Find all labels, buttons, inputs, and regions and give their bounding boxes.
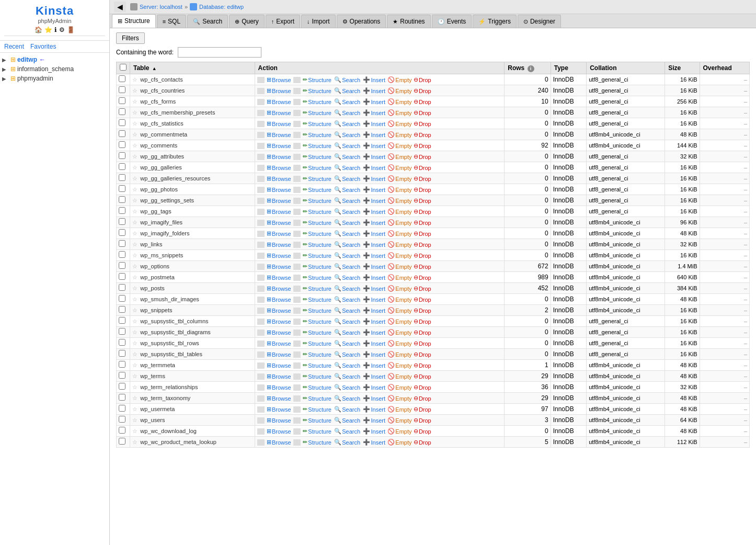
insert-action[interactable]: ➕Insert	[363, 384, 385, 391]
drop-action[interactable]: ⊖Drop	[414, 230, 431, 237]
empty-action[interactable]: 🚫Empty	[387, 241, 411, 248]
browse-action[interactable]: ⊞Browse	[267, 208, 291, 215]
row-checkbox[interactable]	[119, 229, 125, 236]
favorite-star[interactable]: ☆	[132, 76, 138, 83]
insert-action[interactable]: ➕Insert	[363, 351, 385, 358]
favorite-star[interactable]: ☆	[132, 274, 138, 280]
search-action[interactable]: 🔍Search	[334, 252, 360, 259]
search-action[interactable]: 🔍Search	[334, 406, 360, 413]
favorite-star[interactable]: ☆	[132, 329, 138, 335]
browse-action[interactable]: ⊞Browse	[267, 351, 291, 358]
filter-input[interactable]	[178, 47, 261, 58]
structure-action[interactable]: ✏Structure	[303, 230, 331, 237]
table-name-link[interactable]: wp_cfs_membership_presets	[140, 109, 215, 116]
exit-icon[interactable]: 🚪	[67, 26, 75, 33]
drop-action[interactable]: ⊖Drop	[414, 384, 431, 391]
empty-action[interactable]: 🚫Empty	[387, 274, 411, 281]
drop-action[interactable]: ⊖Drop	[414, 87, 431, 94]
drop-action[interactable]: ⊖Drop	[414, 428, 431, 435]
browse-action[interactable]: ⊞Browse	[267, 219, 291, 226]
favorite-star[interactable]: ☆	[132, 241, 138, 247]
row-checkbox[interactable]	[119, 416, 125, 423]
browse-action[interactable]: ⊞Browse	[267, 164, 291, 171]
drop-action[interactable]: ⊖Drop	[414, 362, 431, 369]
favorite-star[interactable]: ☆	[132, 428, 138, 434]
empty-action[interactable]: 🚫Empty	[387, 230, 411, 237]
search-action[interactable]: 🔍Search	[334, 241, 360, 248]
structure-action[interactable]: ✏Structure	[303, 351, 331, 358]
drop-action[interactable]: ⊖Drop	[414, 208, 431, 215]
empty-action[interactable]: 🚫Empty	[387, 406, 411, 413]
empty-action[interactable]: 🚫Empty	[387, 109, 411, 116]
insert-action[interactable]: ➕Insert	[363, 241, 385, 248]
insert-action[interactable]: ➕Insert	[363, 274, 385, 281]
drop-action[interactable]: ⊖Drop	[414, 142, 431, 149]
empty-action[interactable]: 🚫Empty	[387, 263, 411, 270]
tab-search[interactable]: 🔍Search	[187, 15, 228, 28]
drop-action[interactable]: ⊖Drop	[414, 175, 431, 182]
favorites-link[interactable]: Favorites	[30, 43, 56, 50]
structure-action[interactable]: ✏Structure	[303, 428, 331, 435]
empty-action[interactable]: 🚫Empty	[387, 307, 411, 314]
empty-action[interactable]: 🚫Empty	[387, 120, 411, 127]
insert-action[interactable]: ➕Insert	[363, 373, 385, 380]
empty-action[interactable]: 🚫Empty	[387, 340, 411, 347]
favorite-star[interactable]: ☆	[132, 318, 138, 324]
favorite-star[interactable]: ☆	[132, 120, 138, 127]
structure-action[interactable]: ✏Structure	[303, 186, 331, 193]
structure-action[interactable]: ✏Structure	[303, 296, 331, 303]
table-name-link[interactable]: wp_commentmeta	[140, 131, 187, 138]
browse-action[interactable]: ⊞Browse	[267, 318, 291, 325]
select-all-checkbox[interactable]	[120, 64, 127, 71]
table-name-link[interactable]: wp_supsystic_tbl_rows	[140, 340, 199, 346]
empty-action[interactable]: 🚫Empty	[387, 76, 411, 83]
row-checkbox[interactable]	[119, 350, 125, 357]
favorite-star[interactable]: ☆	[132, 351, 138, 357]
insert-action[interactable]: ➕Insert	[363, 329, 385, 336]
drop-action[interactable]: ⊖Drop	[414, 76, 431, 83]
table-name-link[interactable]: wp_usermeta	[140, 406, 175, 412]
insert-action[interactable]: ➕Insert	[363, 208, 385, 215]
empty-action[interactable]: 🚫Empty	[387, 285, 411, 292]
drop-action[interactable]: ⊖Drop	[414, 439, 431, 446]
insert-action[interactable]: ➕Insert	[363, 153, 385, 160]
tab-triggers[interactable]: ⚡Triggers	[473, 15, 517, 28]
table-name-link[interactable]: wp_terms	[140, 373, 165, 379]
empty-action[interactable]: 🚫Empty	[387, 351, 411, 358]
search-action[interactable]: 🔍Search	[334, 362, 360, 369]
row-checkbox[interactable]	[119, 372, 125, 379]
browse-action[interactable]: ⊞Browse	[267, 230, 291, 237]
insert-action[interactable]: ➕Insert	[363, 98, 385, 105]
table-name-link[interactable]: wp_supsystic_tbl_columns	[140, 318, 208, 324]
table-name-link[interactable]: wp_cfs_statistics	[140, 120, 184, 127]
search-action[interactable]: 🔍Search	[334, 285, 360, 292]
structure-action[interactable]: ✏Structure	[303, 109, 331, 116]
favorite-star[interactable]: ☆	[132, 406, 138, 412]
empty-action[interactable]: 🚫Empty	[387, 395, 411, 402]
search-action[interactable]: 🔍Search	[334, 351, 360, 358]
browse-action[interactable]: ⊞Browse	[267, 285, 291, 292]
drop-action[interactable]: ⊖Drop	[414, 120, 431, 127]
insert-action[interactable]: ➕Insert	[363, 296, 385, 303]
tab-export[interactable]: ↑Export	[266, 15, 300, 28]
row-checkbox[interactable]	[119, 75, 125, 82]
search-action[interactable]: 🔍Search	[334, 208, 360, 215]
table-name-link[interactable]: wp_posts	[140, 285, 164, 291]
row-checkbox[interactable]	[119, 361, 125, 368]
structure-action[interactable]: ✏Structure	[303, 142, 331, 149]
table-name-link[interactable]: wp_gg_settings_sets	[140, 197, 194, 203]
table-name-link[interactable]: wp_supsystic_tbl_tables	[140, 351, 202, 357]
col-rows[interactable]: Rows i	[505, 62, 551, 74]
row-checkbox[interactable]	[119, 427, 125, 434]
browse-action[interactable]: ⊞Browse	[267, 274, 291, 281]
structure-action[interactable]: ✏Structure	[303, 417, 331, 424]
row-checkbox[interactable]	[119, 97, 125, 104]
structure-action[interactable]: ✏Structure	[303, 263, 331, 270]
table-name-link[interactable]: wp_wc_download_log	[140, 428, 197, 434]
drop-action[interactable]: ⊖Drop	[414, 131, 431, 138]
drop-action[interactable]: ⊖Drop	[414, 153, 431, 160]
sidebar-db-editwp[interactable]: ▶ ⊞ editwp ←	[0, 55, 109, 64]
empty-action[interactable]: 🚫Empty	[387, 252, 411, 259]
row-checkbox[interactable]	[119, 174, 125, 181]
browse-action[interactable]: ⊞Browse	[267, 153, 291, 160]
